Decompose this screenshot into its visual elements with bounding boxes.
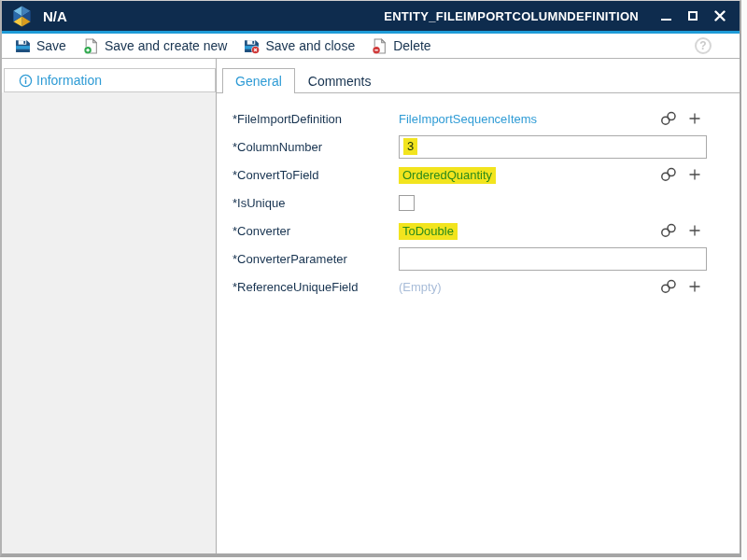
columnnumber-input[interactable]: 3 [399, 135, 707, 159]
form-row-columnnumber: *ColumnNumber 3 [233, 133, 740, 161]
converttofield-link[interactable]: OrderedQuantity [402, 168, 492, 182]
open-lookup-button[interactable] [659, 279, 678, 294]
delete-icon [372, 38, 388, 54]
highlight-annotation: 3 [403, 138, 417, 155]
lookup-actions [659, 105, 701, 133]
save-and-create-new-label: Save and create new [105, 38, 228, 53]
field-label: *ReferenceUniqueField [233, 280, 399, 294]
delete-label: Delete [393, 38, 430, 53]
help-icon[interactable]: ? [695, 37, 712, 54]
add-new-button[interactable] [688, 224, 701, 237]
form-row-converter: *Converter ToDouble [233, 217, 740, 245]
form-row-referenceuniquefield: *ReferenceUniqueField (Empty) [233, 273, 740, 301]
tabstrip: General Comments [217, 68, 740, 92]
field-label: *ColumnNumber [233, 140, 399, 154]
sidebar-gap [2, 59, 216, 68]
toolbar: Save Save and create new Save an [2, 34, 740, 59]
close-button[interactable] [713, 8, 726, 23]
general-tab-panel: *FileImportDefinition FileImportSequence… [217, 92, 740, 553]
add-new-button[interactable] [688, 112, 701, 125]
sidebar-item-information[interactable]: Information [4, 68, 216, 92]
plus-icon [688, 224, 701, 237]
save-close-icon [244, 38, 260, 54]
link-icon [659, 279, 678, 294]
sidebar: Information [2, 59, 217, 553]
plus-icon [688, 112, 701, 125]
field-label: *IsUnique [233, 196, 399, 210]
save-and-create-new-button[interactable]: Save and create new [75, 34, 236, 58]
content-area: Information General Comments *FileImport… [2, 59, 740, 553]
maximize-icon [688, 11, 698, 21]
open-lookup-button[interactable] [659, 167, 678, 182]
link-icon [659, 223, 678, 238]
plus-icon [688, 168, 701, 181]
isunique-checkbox[interactable] [399, 195, 415, 211]
field-label: *ConvertToField [233, 168, 399, 182]
open-lookup-button[interactable] [659, 223, 678, 238]
plus-icon [688, 280, 701, 293]
link-icon [659, 167, 678, 182]
save-and-close-label: Save and close [265, 38, 355, 53]
entity-title: ENTITY_FILEIMPORTCOLUMNDEFINITION [384, 9, 639, 23]
add-new-button[interactable] [688, 168, 701, 181]
save-floppy-icon [15, 38, 31, 54]
sidebar-item-label: Information [36, 73, 102, 88]
lookup-actions [659, 273, 701, 301]
tab-general[interactable]: General [222, 68, 295, 93]
entity-editor-window: N/A ENTITY_FILEIMPORTCOLUMNDEFINITION Sa… [0, 0, 741, 557]
maximize-button[interactable] [686, 8, 699, 23]
close-icon [714, 10, 726, 21]
save-create-new-icon [83, 38, 99, 54]
converter-link[interactable]: ToDouble [402, 224, 454, 238]
highlight-annotation: OrderedQuantity [399, 167, 496, 184]
form-row-converterparameter: *ConverterParameter [233, 245, 740, 273]
lookup-actions [659, 161, 701, 189]
field-label: *FileImportDefinition [233, 112, 399, 126]
field-label: *ConverterParameter [233, 252, 399, 266]
minimize-icon [661, 19, 671, 21]
add-new-button[interactable] [688, 280, 701, 293]
save-label: Save [36, 38, 66, 53]
field-label: *Converter [233, 224, 399, 238]
highlight-annotation: ToDouble [399, 223, 458, 240]
lookup-actions [659, 217, 701, 245]
tab-comments[interactable]: Comments [295, 68, 385, 93]
sidebar-background [2, 92, 216, 553]
link-icon [659, 111, 678, 126]
save-button[interactable]: Save [7, 34, 75, 58]
form-row-fileimportdefinition: *FileImportDefinition FileImportSequence… [233, 105, 740, 133]
app-logo-cube-icon [11, 5, 33, 28]
form-row-isunique: *IsUnique [233, 189, 740, 217]
converterparameter-input[interactable] [399, 247, 707, 271]
delete-button[interactable]: Delete [363, 34, 439, 58]
open-lookup-button[interactable] [659, 111, 678, 126]
info-icon [19, 74, 33, 88]
main-gap [217, 59, 740, 68]
fileimportdefinition-link[interactable]: FileImportSequenceItems [399, 112, 537, 126]
titlebar: N/A ENTITY_FILEIMPORTCOLUMNDEFINITION [2, 1, 740, 31]
save-and-close-button[interactable]: Save and close [235, 34, 363, 58]
form-row-converttofield: *ConvertToField OrderedQuantity [233, 161, 740, 189]
window-controls [659, 8, 728, 23]
referenceuniquefield-empty-value: (Empty) [399, 280, 442, 294]
app-title: N/A [43, 8, 67, 24]
main-panel: General Comments *FileImportDefinition F… [217, 59, 740, 553]
minimize-button[interactable] [659, 8, 672, 23]
